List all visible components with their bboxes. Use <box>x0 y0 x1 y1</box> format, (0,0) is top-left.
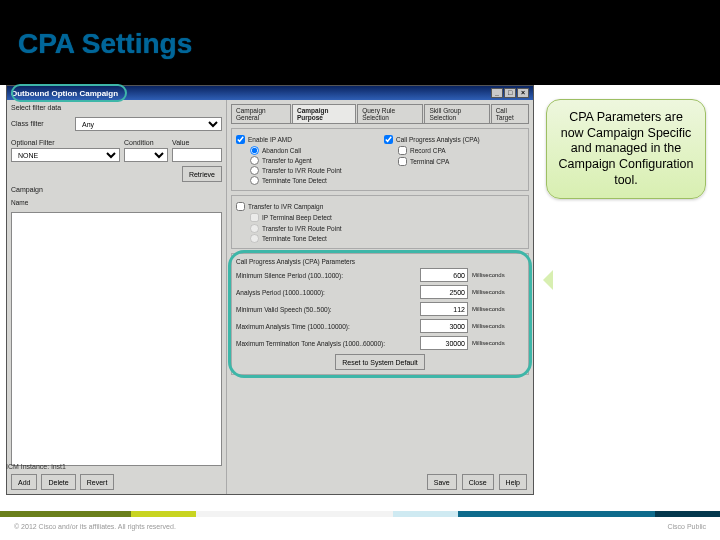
enable-ip-amd-check[interactable] <box>236 135 245 144</box>
maximize-icon[interactable]: □ <box>504 88 516 98</box>
close-icon[interactable]: × <box>517 88 529 98</box>
help-button[interactable]: Help <box>499 474 527 490</box>
dialog-titlebar: Outbound Option Campaign _ □ × <box>7 86 533 100</box>
class-filter-label: Class filter <box>11 120 71 127</box>
transfer-ivr-radio[interactable] <box>250 166 259 175</box>
tab-general[interactable]: Campaign General <box>231 104 291 123</box>
optional-filter-label: Optional Filter <box>11 139 120 146</box>
class-filter-select[interactable]: Any <box>75 117 222 131</box>
terminate-tone-label: Terminate Tone Detect <box>262 177 327 184</box>
campaign-listbox[interactable] <box>11 212 222 466</box>
param4-input[interactable] <box>420 319 468 333</box>
param3-label: Minimum Valid Speech (50..500): <box>236 306 416 313</box>
abandon-call-label: Abandon Call <box>262 147 301 154</box>
param5-input[interactable] <box>420 336 468 350</box>
left-pane: Select filter data Class filter Any Opti… <box>7 100 227 494</box>
slide-footer: © 2012 Cisco and/or its affiliates. All … <box>0 511 720 540</box>
cpa-group-label: Call Progress Analysis (CPA) Parameters <box>236 258 524 265</box>
icm-instance-label: ICM Instance: inst1 <box>6 463 66 470</box>
condition-label: Condition <box>124 139 168 146</box>
ivr-radio-b <box>250 234 259 243</box>
minimize-icon[interactable]: _ <box>491 88 503 98</box>
value-input[interactable] <box>172 148 222 162</box>
record-cpa-label: Record CPA <box>410 147 446 154</box>
reset-defaults-button[interactable]: Reset to System Default <box>335 354 424 370</box>
terminal-cpa-check[interactable] <box>398 157 407 166</box>
param2-input[interactable] <box>420 285 468 299</box>
param3-input[interactable] <box>420 302 468 316</box>
param1-unit: Milliseconds <box>472 272 524 278</box>
transfer-agent-radio[interactable] <box>250 156 259 165</box>
abandon-call-radio[interactable] <box>250 146 259 155</box>
classification-text: Cisco Public <box>667 523 706 530</box>
dialog-window: Outbound Option Campaign _ □ × Select fi… <box>6 85 534 495</box>
copyright-text: © 2012 Cisco and/or its affiliates. All … <box>14 523 176 530</box>
terminal-cpa-label: Terminal CPA <box>410 158 449 165</box>
tab-query-rule[interactable]: Query Rule Selection <box>357 104 423 123</box>
transfer-ivr-campaign-label: Transfer to IVR Campaign <box>248 203 323 210</box>
retrieve-button[interactable]: Retrieve <box>182 166 222 182</box>
cpa-enable-label: Call Progress Analysis (CPA) <box>396 136 480 143</box>
right-pane: Campaign General Campaign Purpose Query … <box>227 100 533 494</box>
cpa-parameters-group: Call Progress Analysis (CPA) Parameters … <box>231 253 529 375</box>
ip-terminal-beep-label: IP Terminal Beep Detect <box>262 214 332 221</box>
param2-unit: Milliseconds <box>472 289 524 295</box>
param3-unit: Milliseconds <box>472 306 524 312</box>
ivr-radio-a <box>250 224 259 233</box>
callout-bubble: CPA Parameters are now Campaign Specific… <box>546 99 706 199</box>
param5-label: Maximum Termination Tone Analysis (1000.… <box>236 340 416 347</box>
transfer-ivr-label: Transfer to IVR Route Point <box>262 167 342 174</box>
name-column-label: Name <box>11 199 222 206</box>
record-cpa-check[interactable] <box>398 146 407 155</box>
param1-input[interactable] <box>420 268 468 282</box>
param5-unit: Milliseconds <box>472 340 524 346</box>
cpa-enable-check[interactable] <box>384 135 393 144</box>
optional-filter-select[interactable]: NONE <box>11 148 120 162</box>
dialog-title-text: Outbound Option Campaign <box>11 89 118 98</box>
save-button[interactable]: Save <box>427 474 457 490</box>
add-button[interactable]: Add <box>11 474 37 490</box>
tab-skill-group[interactable]: Skill Group Selection <box>424 104 489 123</box>
revert-button[interactable]: Revert <box>80 474 115 490</box>
enable-ip-amd-label: Enable IP AMD <box>248 136 292 143</box>
ip-terminal-beep-check <box>250 213 259 222</box>
close-button[interactable]: Close <box>462 474 494 490</box>
select-filter-label: Select filter data <box>11 104 222 111</box>
transfer-agent-label: Transfer to Agent <box>262 157 312 164</box>
campaign-list-label: Campaign <box>11 186 222 193</box>
param4-label: Maximum Analysis Time (1000..10000): <box>236 323 416 330</box>
param4-unit: Milliseconds <box>472 323 524 329</box>
param1-label: Minimum Silence Period (100..1000): <box>236 272 416 279</box>
value-label: Value <box>172 139 222 146</box>
tab-call-target[interactable]: Call Target <box>491 104 529 123</box>
param2-label: Analysis Period (1000..10000): <box>236 289 416 296</box>
condition-select[interactable] <box>124 148 168 162</box>
delete-button[interactable]: Delete <box>41 474 75 490</box>
terminate-tone-radio[interactable] <box>250 176 259 185</box>
page-title: CPA Settings <box>18 28 720 60</box>
tab-campaign-purpose[interactable]: Campaign Purpose <box>292 104 356 123</box>
tab-strip: Campaign General Campaign Purpose Query … <box>231 104 529 124</box>
transfer-ivr-campaign-check[interactable] <box>236 202 245 211</box>
